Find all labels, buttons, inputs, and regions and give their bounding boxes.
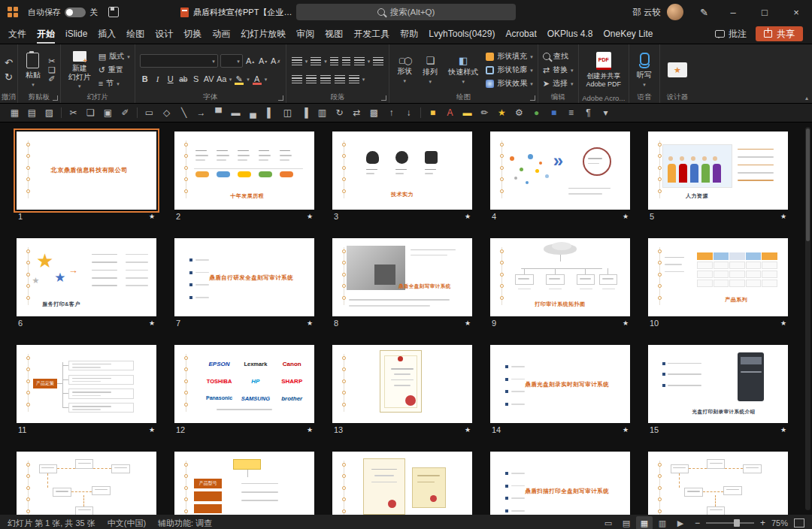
tab-幻灯片放映[interactable]: 幻灯片放映 [235,24,291,44]
tab-帮助[interactable]: 帮助 [395,24,423,44]
slide-thumbnail-8[interactable]: 鼎盾全盘刻写审计系统 [332,238,472,316]
slide-thumbnail-17[interactable]: 产品型号 [174,452,314,515]
sparkle-icon[interactable]: ★ [493,108,511,117]
font-name-select[interactable]: ▾ [140,54,218,68]
section-button[interactable]: ≡节▾ [98,77,130,90]
undo-icon[interactable]: ↶ [5,58,13,68]
shape-outline-button[interactable]: 形状轮廓▾ [486,64,533,77]
slide-thumbnail-5[interactable]: 人力资源 [648,131,788,210]
save-icon[interactable] [108,7,119,17]
zoom-slider[interactable] [706,522,754,524]
paste-button[interactable]: 粘贴 ▾ [23,49,44,91]
highlight-color-button[interactable]: ✎ [234,73,244,85]
zoom-level[interactable]: 75% [771,518,788,527]
slideshow-button[interactable]: ▶ [672,516,689,529]
vertical-scrollbar[interactable] [805,127,810,510]
copy-icon[interactable]: ❏ [82,108,99,117]
dialog-launcher-icon[interactable] [278,95,283,101]
insert-chart-icon[interactable]: ■ [545,108,562,117]
line-icon[interactable]: ╲ [175,108,192,117]
paste-icon[interactable]: ▣ [99,108,117,117]
shape-effects-button[interactable]: 形状效果▾ [486,77,533,90]
reading-view-button[interactable]: ▥ [654,516,671,529]
tab-LvyhTools(0429)[interactable]: LvyhTools(0429) [423,24,500,44]
tab-iSlide[interactable]: iSlide [60,24,92,44]
minimize-button[interactable]: – [717,0,749,24]
search-box[interactable]: 搜索(Alt+Q) [296,4,516,20]
paragraph-mark-icon[interactable]: ¶ [580,108,597,117]
decrease-font-button[interactable]: A▾ [258,55,268,67]
layout-button[interactable]: ▤版式▾ [98,50,130,63]
dialog-launcher-icon[interactable] [381,95,386,101]
align-top-icon[interactable]: ▀ [210,108,227,117]
tab-绘图[interactable]: 绘图 [121,24,150,44]
increase-indent-icon[interactable] [342,57,350,65]
maximize-button[interactable]: □ [749,0,780,24]
tab-审阅[interactable]: 审阅 [291,24,320,44]
dialog-launcher-icon[interactable] [53,95,58,101]
cut-icon[interactable]: ✂ [48,57,56,65]
document-title[interactable]: 鼎盾科技宣传PPT【企业版】V... ▾ [180,7,300,18]
shape-fill-button[interactable]: 形状填充▾ [486,50,533,63]
columns-icon[interactable] [349,75,359,83]
bold-button[interactable]: B [140,73,150,85]
shapes-button[interactable]: ▢◯形状▾ [394,49,415,91]
select-button[interactable]: ➤选择▾ [543,77,574,90]
underline-button[interactable]: U [165,73,176,85]
bullets-icon[interactable] [292,57,302,65]
align-middle-icon[interactable]: ▬ [227,108,244,117]
send-backward-icon[interactable]: ↓ [400,108,417,117]
more-commands-icon[interactable]: ▾ [597,108,614,117]
change-case-button[interactable]: Aa [217,73,227,85]
slide-thumbnail-11[interactable]: 产品定策 [17,345,156,423]
normal-view-button[interactable]: ▤ [618,516,635,529]
group-icon[interactable]: ▩ [365,108,383,117]
notes-button[interactable]: ▭ [600,516,617,529]
numbering-icon[interactable] [311,57,321,65]
toggle-switch[interactable] [65,8,86,17]
animation-dot-icon[interactable]: ● [528,108,545,117]
language-indicator[interactable]: 中文(中国) [108,518,146,529]
align-right-icon[interactable]: ▐ [296,108,314,117]
dialog-launcher-icon[interactable] [530,95,535,101]
zoom-out-button[interactable]: − [695,518,700,528]
slide-thumbnail-19[interactable]: 鼎盾扫描打印全盘刻写审计系统 [490,452,630,515]
user-avatar[interactable] [667,4,683,20]
distribute-icon[interactable]: ▥ [314,108,331,117]
zoom-in-button[interactable]: + [760,518,765,528]
align-left-icon[interactable] [292,75,302,83]
bullet-list-icon[interactable]: ≡ [562,108,580,117]
repeat-icon[interactable]: ↻ [5,72,13,82]
slide-thumbnail-9[interactable]: 打印审计系统拓扑图 [490,238,630,316]
shapes-icon[interactable]: ◇ [158,108,175,117]
rotate-icon[interactable]: ↻ [331,108,348,117]
accessibility-status[interactable]: 辅助功能: 调查 [158,518,212,529]
quick-styles-button[interactable]: ◧快速样式▾ [445,49,481,91]
format-painter-icon[interactable]: ✐ [48,75,56,83]
font-color-icon[interactable]: A [441,108,459,117]
font-color-button[interactable]: A [252,73,262,85]
fill-color-icon[interactable]: ■ [424,108,441,117]
text-box-icon[interactable]: ▭ [141,108,158,117]
collapse-ribbon-icon[interactable]: ▴ [805,95,808,101]
increase-font-button[interactable]: A▴ [245,55,256,67]
slide-thumbnail-4[interactable]: » [490,131,630,210]
arrange-button[interactable]: ❏排列▾ [420,49,441,91]
slide-thumbnail-18[interactable] [332,452,472,515]
tab-开始[interactable]: 开始 [32,24,60,44]
tab-OKPlus 4.8[interactable]: OKPlus 4.8 [542,24,598,44]
character-spacing-button[interactable]: AV [204,73,214,85]
eyedropper-icon[interactable]: ✏ [476,108,493,117]
tab-视图[interactable]: 视图 [320,24,348,44]
slide-thumbnail-3[interactable]: 技术实力 [332,131,472,210]
text-direction-icon[interactable] [373,57,383,65]
line-spacing-icon[interactable] [354,57,365,65]
tab-动画[interactable]: 动画 [207,24,235,44]
italic-button[interactable]: I [153,73,163,85]
strikethrough-button[interactable]: ab [178,73,189,85]
tab-设计[interactable]: 设计 [150,24,178,44]
tab-Acrobat[interactable]: Acrobat [500,24,541,44]
format-painter-icon[interactable]: ✐ [117,108,134,117]
tab-切换[interactable]: 切换 [178,24,207,44]
tab-文件[interactable]: 文件 [3,24,32,44]
